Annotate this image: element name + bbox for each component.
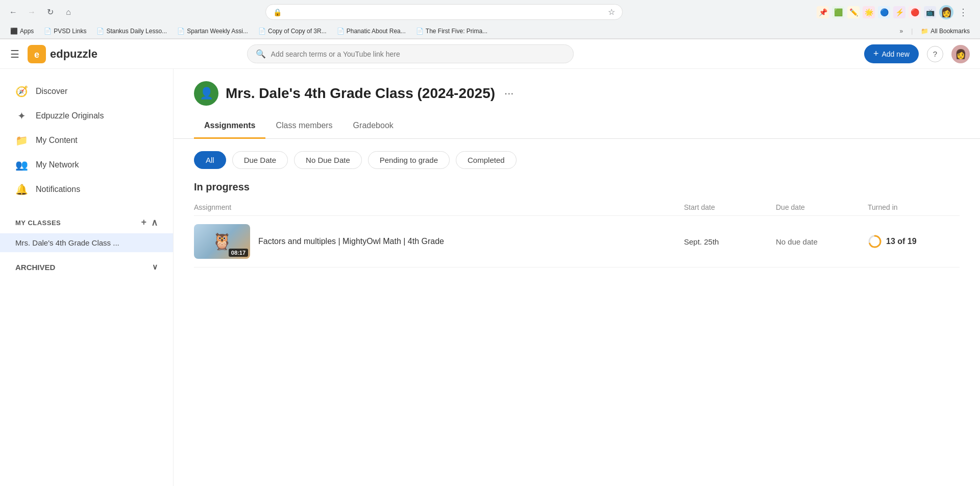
tab-gradebook[interactable]: Gradebook xyxy=(343,114,404,139)
ext-cast[interactable]: 📺 xyxy=(924,6,936,18)
bookmark-stankus[interactable]: 📄 Stankus Daily Lesso... xyxy=(92,26,171,36)
ext-1[interactable]: 📌 xyxy=(817,6,829,18)
bookmark-phanatic[interactable]: 📄 Phanatic About Rea... xyxy=(333,26,410,36)
ext-2[interactable]: 🟩 xyxy=(832,6,844,18)
sidebar-notifications-label: Notifications xyxy=(36,185,80,194)
class-menu-button[interactable]: ··· xyxy=(504,87,513,100)
bookmark-spartan[interactable]: 📄 Spartan Weekly Assi... xyxy=(173,26,252,36)
progress-circle-icon xyxy=(868,234,882,249)
browser-extensions: 📌 🟩 ✏️ 🌟 🔵 ⚡ 🔴 📺 👩 ⋮ xyxy=(813,5,974,20)
browser-menu-button[interactable]: ⋮ xyxy=(957,5,970,20)
spartan-icon: 📄 xyxy=(177,28,185,35)
help-icon: ? xyxy=(933,50,937,58)
start-date-value: Sept. 25th xyxy=(684,237,776,246)
sidebar-item-discover[interactable]: 🧭 Discover xyxy=(0,79,173,104)
url-input[interactable]: edpuzzle.com/classes/66f3762d60f5eb4e3bf… xyxy=(286,8,604,16)
bell-icon: 🔔 xyxy=(15,183,28,196)
edpuzzle-logo-icon: e xyxy=(28,45,46,63)
bookmark-copy-label: Copy of Copy of 3R... xyxy=(268,28,327,35)
filter-completed[interactable]: Completed xyxy=(456,151,517,169)
add-new-label: Add new xyxy=(881,50,909,58)
sidebar-discover-label: Discover xyxy=(36,87,67,96)
user-avatar[interactable]: 👩 xyxy=(951,45,970,63)
svg-text:e: e xyxy=(34,49,39,59)
hamburger-menu-button[interactable]: ☰ xyxy=(10,48,19,60)
search-input[interactable] xyxy=(271,50,565,58)
bookmarks-bar: ⬛ Apps 📄 PVSD Links 📄 Stankus Daily Less… xyxy=(0,24,980,39)
filters: All Due Date No Due Date Pending to grad… xyxy=(174,139,980,177)
reload-button[interactable]: ↻ xyxy=(43,5,57,19)
add-class-button[interactable]: + xyxy=(141,217,146,228)
filter-all[interactable]: All xyxy=(194,151,226,169)
folder-icon: 📁 xyxy=(15,134,28,147)
sidebar-item-my-network[interactable]: 👥 My Network xyxy=(0,153,173,177)
edpuzzle-logo-text: edpuzzle xyxy=(50,47,97,61)
tab-assignments[interactable]: Assignments xyxy=(194,114,265,139)
tab-class-members[interactable]: Class members xyxy=(265,114,342,139)
class-avatar-icon: 👤 xyxy=(200,87,213,100)
bookmark-pvsd[interactable]: 📄 PVSD Links xyxy=(40,26,90,36)
assignment-table: Assignment Start date Due date Turned in… xyxy=(174,199,980,268)
bookmarks-folder-icon: 📁 xyxy=(921,28,928,35)
all-bookmarks-label: All Bookmarks xyxy=(930,28,970,35)
search-icon: 🔍 xyxy=(256,49,266,59)
active-class-label: Mrs. Dale's 4th Grade Class ... xyxy=(15,238,119,247)
browser-toolbar: ← → ↻ ⌂ 🔒 edpuzzle.com/classes/66f3762d6… xyxy=(0,0,980,24)
assignment-name: Factors and multiples | MightyOwl Math |… xyxy=(258,237,444,246)
sidebar-item-my-content[interactable]: 📁 My Content xyxy=(0,128,173,153)
bookmarks-more-button[interactable]: » xyxy=(896,26,908,36)
tab-assignments-label: Assignments xyxy=(204,121,255,130)
search-bar[interactable]: 🔍 xyxy=(247,44,574,63)
edpuzzle-logo[interactable]: e edpuzzle xyxy=(28,45,97,63)
sidebar-my-content-label: My Content xyxy=(36,136,78,145)
add-new-button[interactable]: + Add new xyxy=(864,44,919,63)
bookmark-apps-label: Apps xyxy=(20,28,34,35)
help-button[interactable]: ? xyxy=(927,46,943,62)
bookmark-apps[interactable]: ⬛ Apps xyxy=(6,26,38,36)
sidebar-item-notifications[interactable]: 🔔 Notifications xyxy=(0,177,173,202)
filter-due-date-label: Due Date xyxy=(244,156,276,164)
top-nav-right: + Add new ? 👩 xyxy=(864,44,970,63)
collapse-classes-button[interactable]: ∧ xyxy=(151,217,158,228)
ext-4[interactable]: 🌟 xyxy=(863,6,875,18)
archived-expand-icon: ∨ xyxy=(152,262,158,272)
filter-no-due-date[interactable]: No Due Date xyxy=(294,151,362,169)
turned-in-label: 13 of 19 xyxy=(886,237,917,246)
first-five-icon: 📄 xyxy=(416,28,424,35)
compass-icon: 🧭 xyxy=(15,85,28,98)
home-button[interactable]: ⌂ xyxy=(61,5,76,19)
bookmark-phanatic-label: Phanatic About Rea... xyxy=(347,28,406,35)
sidebar-originals-label: Edpuzzle Originals xyxy=(36,111,104,120)
col-header-assignment: Assignment xyxy=(194,203,684,211)
ext-7[interactable]: 🔴 xyxy=(909,6,921,18)
col-header-start-date: Start date xyxy=(684,203,776,211)
sidebar: 🧭 Discover ✦ Edpuzzle Originals 📁 My Con… xyxy=(0,69,174,486)
bookmark-stankus-label: Stankus Daily Lesso... xyxy=(106,28,167,35)
address-bar[interactable]: 🔒 edpuzzle.com/classes/66f3762d60f5eb4e3… xyxy=(265,4,623,20)
bookmark-star-icon[interactable]: ☆ xyxy=(608,7,615,17)
browser-chrome: ← → ↻ ⌂ 🔒 edpuzzle.com/classes/66f3762d6… xyxy=(0,0,980,39)
originals-icon: ✦ xyxy=(15,110,28,122)
back-button[interactable]: ← xyxy=(6,5,20,19)
filter-due-date[interactable]: Due Date xyxy=(232,151,288,169)
sidebar-active-class[interactable]: Mrs. Dale's 4th Grade Class ... xyxy=(0,233,173,252)
ext-6[interactable]: ⚡ xyxy=(893,6,905,18)
sidebar-my-network-label: My Network xyxy=(36,160,79,169)
my-classes-section: MY CLASSES + ∧ Mrs. Dale's 4th Grade Cla… xyxy=(0,212,173,252)
archived-section[interactable]: ARCHIVED ∨ xyxy=(0,257,173,277)
turned-in-value: 13 of 19 xyxy=(868,234,960,249)
bookmark-pvsd-label: PVSD Links xyxy=(54,28,86,35)
filter-pending-to-grade[interactable]: Pending to grade xyxy=(368,151,450,169)
browser-profile-avatar[interactable]: 👩 xyxy=(939,5,953,19)
bookmark-copy[interactable]: 📄 Copy of Copy of 3R... xyxy=(254,26,331,36)
tab-gradebook-label: Gradebook xyxy=(353,121,394,130)
sidebar-item-originals[interactable]: ✦ Edpuzzle Originals xyxy=(0,104,173,128)
ext-3[interactable]: ✏️ xyxy=(847,6,860,18)
table-row[interactable]: 🦉 08:17 Factors and multiples | MightyOw… xyxy=(194,216,960,268)
forward-button[interactable]: → xyxy=(24,5,39,19)
main-content: 👤 Mrs. Dale's 4th Grade Class (2024-2025… xyxy=(174,69,980,486)
ext-5[interactable]: 🔵 xyxy=(878,6,890,18)
assignment-info: 🦉 08:17 Factors and multiples | MightyOw… xyxy=(194,224,684,259)
bookmark-first-five[interactable]: 📄 The First Five: Prima... xyxy=(412,26,492,36)
all-bookmarks-button[interactable]: 📁 All Bookmarks xyxy=(917,26,974,36)
